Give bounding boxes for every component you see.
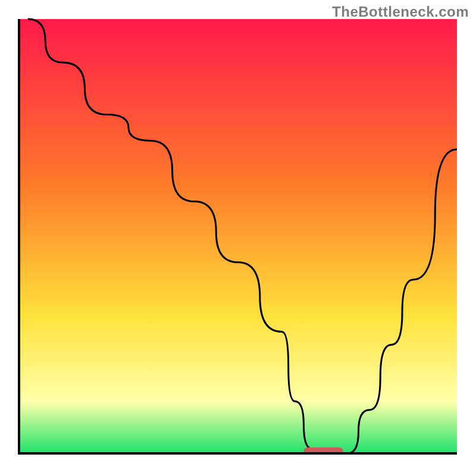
bottleneck-chart: TheBottleneck.com <box>0 0 476 476</box>
chart-canvas <box>0 0 476 476</box>
watermark-label: TheBottleneck.com <box>332 4 469 20</box>
plot-area <box>19 19 457 455</box>
